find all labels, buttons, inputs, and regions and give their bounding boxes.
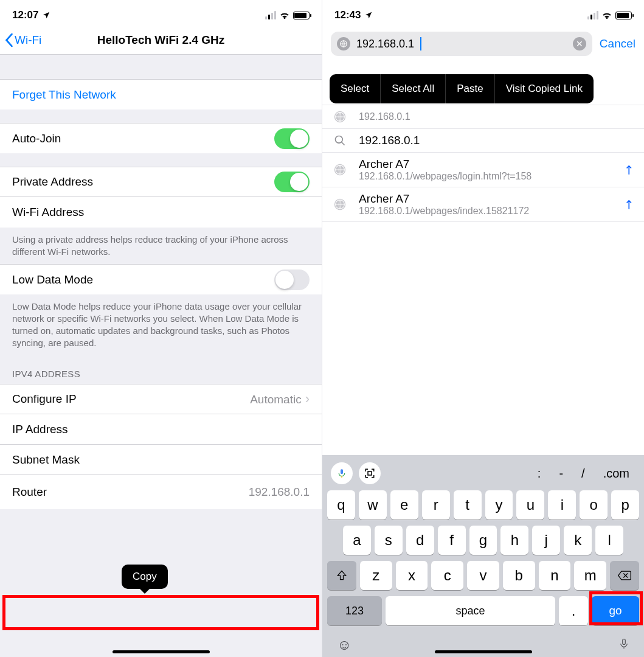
suggestion-title: Archer A7 <box>359 158 613 171</box>
key-l[interactable]: l <box>595 526 623 555</box>
router-row[interactable]: Router 192.168.0.1 <box>0 475 322 509</box>
key-f[interactable]: f <box>438 526 466 555</box>
key-s[interactable]: s <box>375 526 403 555</box>
private-address-footer: Using a private address helps reduce tra… <box>0 228 322 264</box>
copy-tooltip-label: Copy <box>133 571 157 582</box>
home-indicator <box>113 650 210 653</box>
emoji-key[interactable]: ☺ <box>337 636 352 653</box>
ctx-visit-link[interactable]: Visit Copied Link <box>495 74 594 103</box>
backspace-key[interactable] <box>610 561 639 590</box>
fill-arrow-icon[interactable]: ↖ <box>620 161 638 179</box>
key-t[interactable]: t <box>454 490 482 520</box>
key-x[interactable]: x <box>396 561 428 590</box>
safari-address-entry-screen: 12:43 192.168.0.1 ✕ Cancel Select <box>322 0 644 657</box>
low-data-mode-row: Low Data Mode <box>0 264 322 294</box>
suggestion-top-hit[interactable]: 192.168.0.1 <box>322 105 644 129</box>
battery-icon <box>293 12 310 19</box>
nav-title: HelloTech WiFi 2.4 GHz <box>0 33 322 47</box>
key-w[interactable]: w <box>359 490 387 520</box>
globe-icon <box>332 198 348 211</box>
text-caret <box>420 37 421 50</box>
configure-ip-row[interactable]: Configure IP Automatic› <box>0 384 322 414</box>
key-k[interactable]: k <box>564 526 592 555</box>
key-v[interactable]: v <box>467 561 499 590</box>
auto-join-label: Auto-Join <box>12 132 61 145</box>
acc-dotcom[interactable]: .com <box>597 467 635 481</box>
key-c[interactable]: c <box>431 561 463 590</box>
status-bar: 12:07 <box>0 0 322 26</box>
key-p[interactable]: p <box>611 490 639 520</box>
key-row-2: a s d f g h j k l <box>327 526 639 555</box>
forget-network-label: Forget This Network <box>12 88 116 102</box>
svg-rect-9 <box>368 471 372 475</box>
qr-scan-icon[interactable] <box>359 462 381 484</box>
low-data-toggle[interactable] <box>274 269 310 290</box>
key-q[interactable]: q <box>327 490 355 520</box>
key-e[interactable]: e <box>390 490 418 520</box>
key-i[interactable]: i <box>548 490 576 520</box>
key-n[interactable]: n <box>539 561 571 590</box>
acc-slash[interactable]: / <box>575 467 591 481</box>
key-u[interactable]: u <box>516 490 544 520</box>
address-value: 192.168.0.1 <box>356 38 414 50</box>
home-indicator <box>435 650 532 653</box>
acc-dash[interactable]: - <box>553 467 569 481</box>
numeric-key[interactable]: 123 <box>327 596 382 625</box>
suggestion-url: 192.168.0.1/webpages/login.html?t=158 <box>359 171 613 182</box>
copy-tooltip[interactable]: Copy <box>122 565 168 589</box>
voice-search-icon[interactable] <box>331 462 353 484</box>
router-highlight <box>2 595 319 630</box>
go-key[interactable]: go <box>592 596 639 625</box>
status-bar: 12:43 <box>322 0 644 26</box>
low-data-label: Low Data Mode <box>12 273 93 287</box>
auto-join-toggle[interactable] <box>274 128 310 149</box>
router-label: Router <box>12 485 47 499</box>
key-r[interactable]: r <box>422 490 450 520</box>
dot-key[interactable]: . <box>559 596 588 625</box>
back-label: Wi-Fi <box>15 33 41 47</box>
acc-colon[interactable]: : <box>531 467 547 481</box>
globe-icon <box>337 37 350 50</box>
key-o[interactable]: o <box>580 490 608 520</box>
back-button[interactable]: Wi-Fi <box>0 33 41 47</box>
globe-icon <box>332 163 348 176</box>
shift-key[interactable] <box>327 561 356 590</box>
fill-arrow-icon[interactable]: ↖ <box>620 196 638 214</box>
key-y[interactable]: y <box>485 490 513 520</box>
subnet-mask-label: Subnet Mask <box>12 453 80 467</box>
key-j[interactable]: j <box>532 526 560 555</box>
cancel-button[interactable]: Cancel <box>600 37 635 50</box>
key-m[interactable]: m <box>574 561 606 590</box>
ip-address-row[interactable]: IP Address <box>0 414 322 445</box>
address-field[interactable]: 192.168.0.1 ✕ <box>331 32 592 56</box>
text-context-menu: Select Select All Paste Visit Copied Lin… <box>330 74 594 103</box>
key-h[interactable]: h <box>500 526 528 555</box>
key-a[interactable]: a <box>343 526 371 555</box>
dictation-key[interactable] <box>618 636 629 653</box>
ctx-paste[interactable]: Paste <box>446 74 494 103</box>
ctx-select[interactable]: Select <box>330 74 381 103</box>
private-address-label: Private Address <box>12 175 93 189</box>
private-address-toggle[interactable] <box>274 172 310 192</box>
key-b[interactable]: b <box>503 561 535 590</box>
key-z[interactable]: z <box>360 561 392 590</box>
suggestion-history-1[interactable]: Archer A7 192.168.0.1/webpages/login.htm… <box>322 153 644 187</box>
cellular-signal-icon <box>587 11 598 19</box>
low-data-footer: Low Data Mode helps reduce your iPhone d… <box>0 294 322 355</box>
clear-icon[interactable]: ✕ <box>573 37 586 50</box>
auto-join-row: Auto-Join <box>0 123 322 153</box>
forget-network-button[interactable]: Forget This Network <box>0 79 322 109</box>
key-g[interactable]: g <box>469 526 497 555</box>
suggestion-history-2[interactable]: Archer A7 192.168.0.1/webpages/index.158… <box>322 187 644 222</box>
wifi-address-row[interactable]: Wi-Fi Address <box>0 197 322 228</box>
suggestion-url: 192.168.0.1/webpages/index.15821172 <box>359 206 613 217</box>
suggestion-search[interactable]: 192.168.0.1 <box>322 129 644 153</box>
key-d[interactable]: d <box>406 526 434 555</box>
subnet-mask-row[interactable]: Subnet Mask <box>0 445 322 475</box>
status-time: 12:43 <box>334 9 361 21</box>
ctx-select-all[interactable]: Select All <box>381 74 446 103</box>
location-icon <box>364 11 373 19</box>
chevron-right-icon: › <box>305 391 310 406</box>
location-icon <box>42 11 50 19</box>
space-key[interactable]: space <box>386 596 555 625</box>
